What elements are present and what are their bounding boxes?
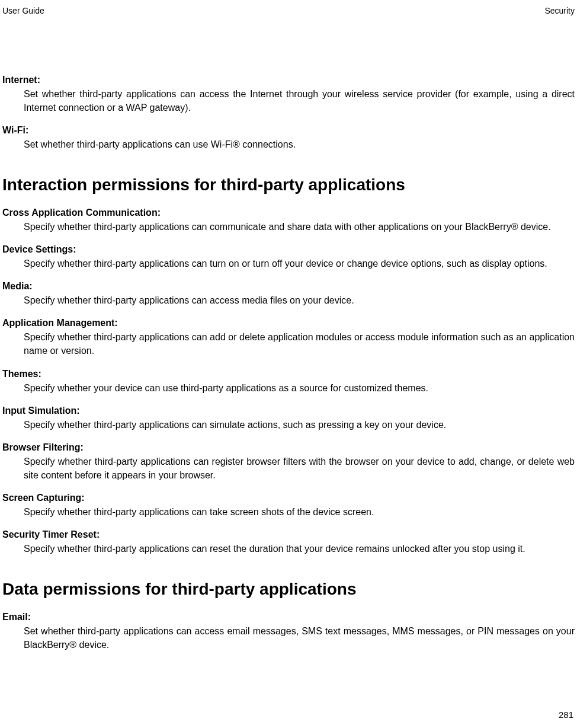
definition-term: Device Settings: [2,244,575,255]
definition-item: Internet: Set whether third-party applic… [2,75,575,114]
definition-item: Screen Capturing: Specify whether third-… [2,493,575,519]
definition-term: Internet: [2,75,575,85]
page-number: 281 [559,710,573,720]
definition-term: Cross Application Communication: [2,207,575,218]
definition-term: Input Simulation: [2,405,575,416]
definition-desc: Specify whether third-party applications… [2,505,575,519]
page-content: Internet: Set whether third-party applic… [2,75,575,652]
definition-term: Email: [2,612,575,622]
definition-desc: Specify whether third-party applications… [2,220,575,234]
definition-desc: Specify whether third-party applications… [2,542,575,555]
definition-desc: Specify whether third-party applications… [2,418,575,432]
definition-desc: Specify whether third-party applications… [2,293,575,307]
definition-item: Device Settings: Specify whether third-p… [2,244,575,270]
definition-item: Security Timer Reset: Specify whether th… [2,529,575,555]
definition-item: Input Simulation: Specify whether third-… [2,405,575,432]
section-heading-data: Data permissions for third-party applica… [2,580,575,599]
header-right: Security [544,6,575,15]
definition-term: Media: [2,281,575,292]
definition-item: Application Management: Specify whether … [2,318,575,357]
definition-term: Security Timer Reset: [2,529,575,540]
definition-desc: Specify whether third-party applications… [2,455,575,482]
definition-term: Themes: [2,369,575,379]
definition-desc: Set whether third-party applications can… [2,87,575,114]
definition-item: Cross Application Communication: Specify… [2,207,575,234]
definition-term: Wi-Fi: [2,125,575,136]
definition-item: Themes: Specify whether your device can … [2,369,575,395]
section-heading-interaction: Interaction permissions for third-party … [2,175,575,194]
definition-desc: Specify whether your device can use thir… [2,381,575,395]
definition-item: Email: Set whether third-party applicati… [2,612,575,652]
definition-item: Wi-Fi: Set whether third-party applicati… [2,125,575,151]
header-left: User Guide [2,6,44,15]
definition-desc: Set whether third-party applications can… [2,624,575,652]
page-header: User Guide Security [2,6,575,15]
definition-item: Browser Filtering: Specify whether third… [2,442,575,482]
definition-desc: Specify whether third-party applications… [2,330,575,357]
definition-item: Media: Specify whether third-party appli… [2,281,575,307]
definition-term: Screen Capturing: [2,493,575,503]
definition-term: Application Management: [2,318,575,328]
definition-desc: Set whether third-party applications can… [2,138,575,151]
definition-term: Browser Filtering: [2,442,575,453]
definition-desc: Specify whether third-party applications… [2,257,575,270]
